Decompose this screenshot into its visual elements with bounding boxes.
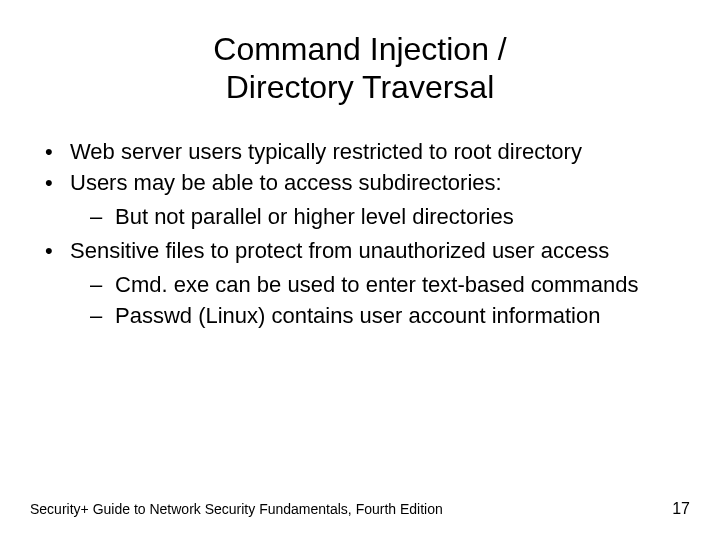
slide-title: Command Injection / Directory Traversal xyxy=(30,30,690,107)
page-number: 17 xyxy=(672,500,690,518)
title-line-1: Command Injection / xyxy=(213,31,506,67)
title-line-2: Directory Traversal xyxy=(226,69,495,105)
sub-bullet-item: Cmd. exe can be used to enter text-based… xyxy=(90,270,690,300)
slide-footer: Security+ Guide to Network Security Fund… xyxy=(30,500,690,518)
slide-content: Web server users typically restricted to… xyxy=(30,137,690,331)
sub-bullet-text: Passwd (Linux) contains user account inf… xyxy=(115,303,600,328)
sub-bullet-item: Passwd (Linux) contains user account inf… xyxy=(90,301,690,331)
bullet-item: Web server users typically restricted to… xyxy=(30,137,690,167)
sub-bullet-list: But not parallel or higher level directo… xyxy=(70,202,690,232)
bullet-text: Web server users typically restricted to… xyxy=(70,139,582,164)
sub-bullet-list: Cmd. exe can be used to enter text-based… xyxy=(70,270,690,331)
sub-bullet-item: But not parallel or higher level directo… xyxy=(90,202,690,232)
bullet-text: Users may be able to access subdirectori… xyxy=(70,170,502,195)
sub-bullet-text: But not parallel or higher level directo… xyxy=(115,204,514,229)
footer-source: Security+ Guide to Network Security Fund… xyxy=(30,501,443,517)
bullet-text: Sensitive files to protect from unauthor… xyxy=(70,238,609,263)
sub-bullet-text: Cmd. exe can be used to enter text-based… xyxy=(115,272,638,297)
bullet-list: Web server users typically restricted to… xyxy=(30,137,690,331)
bullet-item: Sensitive files to protect from unauthor… xyxy=(30,236,690,331)
bullet-item: Users may be able to access subdirectori… xyxy=(30,168,690,231)
